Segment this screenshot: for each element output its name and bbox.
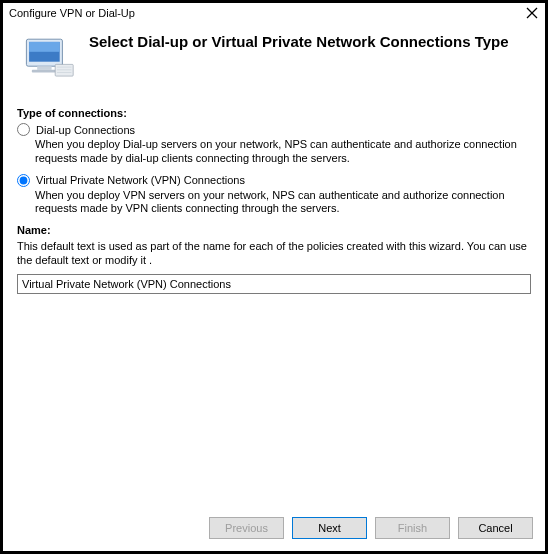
- radio-dialup-input[interactable]: [17, 123, 30, 136]
- radio-vpn[interactable]: Virtual Private Network (VPN) Connection…: [17, 174, 531, 187]
- name-description: This default text is used as part of the…: [17, 240, 531, 268]
- radio-vpn-label: Virtual Private Network (VPN) Connection…: [36, 174, 245, 186]
- name-input[interactable]: [17, 274, 531, 294]
- svg-rect-6: [32, 70, 57, 73]
- next-button[interactable]: Next: [292, 517, 367, 539]
- content-area: Type of connections: Dial-up Connections…: [3, 99, 545, 507]
- connections-legend: Type of connections:: [17, 107, 531, 119]
- svg-rect-7: [55, 64, 73, 76]
- titlebar: Configure VPN or Dial-Up: [3, 3, 545, 23]
- radio-vpn-desc: When you deploy VPN servers on your netw…: [35, 189, 531, 217]
- previous-button[interactable]: Previous: [209, 517, 284, 539]
- radio-vpn-input[interactable]: [17, 174, 30, 187]
- wizard-header: Select Dial-up or Virtual Private Networ…: [3, 23, 545, 99]
- window-title: Configure VPN or Dial-Up: [9, 7, 135, 19]
- svg-rect-5: [37, 66, 51, 70]
- name-label: Name:: [17, 224, 531, 236]
- wizard-window: Configure VPN or Dial-Up Select Dial-up …: [2, 2, 546, 552]
- radio-dialup[interactable]: Dial-up Connections: [17, 123, 531, 136]
- svg-rect-4: [29, 42, 60, 52]
- close-button[interactable]: [521, 4, 543, 22]
- page-title: Select Dial-up or Virtual Private Networ…: [89, 33, 509, 52]
- button-bar: Previous Next Finish Cancel: [3, 507, 545, 551]
- monitor-icon: [21, 37, 75, 81]
- close-icon: [526, 7, 538, 19]
- finish-button[interactable]: Finish: [375, 517, 450, 539]
- radio-dialup-label: Dial-up Connections: [36, 124, 135, 136]
- cancel-button[interactable]: Cancel: [458, 517, 533, 539]
- radio-dialup-desc: When you deploy Dial-up servers on your …: [35, 138, 531, 166]
